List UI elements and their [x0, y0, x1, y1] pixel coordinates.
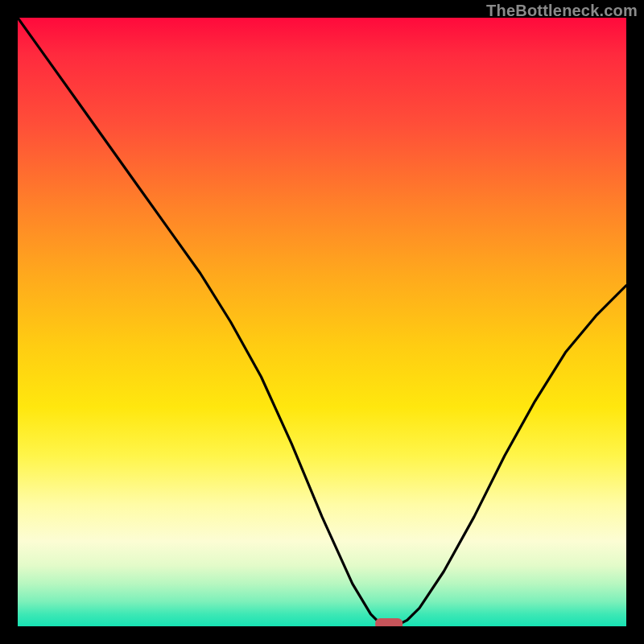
optimal-marker: [375, 618, 402, 626]
chart-svg: [18, 18, 626, 626]
plot-area: [18, 18, 626, 626]
bottleneck-curve: [18, 18, 626, 626]
chart-frame: TheBottleneck.com: [0, 0, 644, 644]
watermark-text: TheBottleneck.com: [486, 2, 638, 20]
